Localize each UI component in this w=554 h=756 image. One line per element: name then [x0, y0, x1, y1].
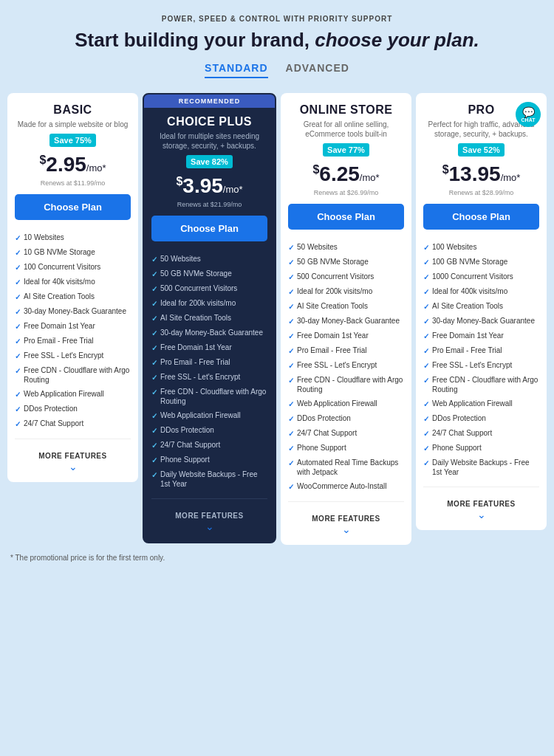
check-icon: ✓ [15, 233, 21, 243]
feature-item: ✓ 24/7 Chat Support [288, 426, 404, 441]
feature-text: Free CDN - Cloudflare with Argo Routing [432, 375, 539, 394]
price-renew-basic: Renews at $11.99/mo [15, 179, 131, 187]
recommended-badge: RECOMMENDED [144, 94, 275, 108]
plan-name-basic: BASIC [15, 103, 131, 117]
feature-text: Free SSL - Let's Encrypt [24, 351, 103, 360]
feature-text: 100 GB NVMe Storage [432, 257, 507, 267]
feature-item: ✓ Free CDN - Cloudflare with Argo Routin… [15, 363, 131, 387]
price-renew-choice-plus: Renews at $21.99/mo [151, 201, 267, 208]
feature-item: ✓ Free CDN - Cloudflare with Argo Routin… [288, 373, 404, 396]
save-badge-pro: Save 52% [458, 143, 505, 157]
chat-badge[interactable]: 💬 CHAT [516, 102, 541, 127]
feature-text: Daily Website Backups - Free 1st Year [160, 470, 267, 489]
feature-item: ✓ AI Site Creation Tools [151, 311, 267, 326]
currency-choice-plus: $ [176, 174, 182, 187]
price-renew-pro: Renews at $28.99/mo [423, 189, 539, 196]
header-title: Start building your brand, choose your p… [7, 29, 547, 52]
feature-item: ✓ 30-day Money-Back Guarantee [423, 314, 539, 329]
more-features-basic[interactable]: MORE FEATURES ⌄ [15, 439, 131, 482]
check-icon: ✓ [423, 361, 429, 371]
feature-text: 24/7 Chat Support [432, 428, 492, 438]
choose-plan-button-pro[interactable]: Choose Plan [423, 204, 539, 230]
feature-item: ✓ 100 Concurrent Visitors [15, 260, 131, 275]
features-list-basic: ✓ 10 Websites ✓ 10 GB NVMe Storage ✓ 100… [15, 230, 131, 431]
feature-item: ✓ Free Domain 1st Year [288, 329, 404, 343]
feature-text: AI Site Creation Tools [432, 301, 503, 311]
feature-text: 24/7 Chat Support [297, 428, 357, 438]
feature-text: Pro Email - Free Trial [24, 336, 93, 346]
feature-text: Free Domain 1st Year [432, 331, 504, 340]
feature-text: Free CDN - Cloudflare with Argo Routing [297, 375, 404, 394]
check-icon: ✓ [151, 314, 157, 323]
choose-plan-button-choice-plus[interactable]: Choose Plan [151, 216, 267, 241]
check-icon: ✓ [288, 376, 294, 385]
feature-text: Ideal for 200k visits/mo [297, 286, 372, 296]
feature-text: 50 GB NVMe Storage [297, 257, 369, 267]
feature-item: ✓ Free Domain 1st Year [151, 340, 267, 355]
price-basic: $2.95/mo* [39, 153, 106, 176]
more-features-choice-plus[interactable]: MORE FEATURES ⌄ [151, 498, 267, 542]
feature-item: ✓ Free SSL - Let's Encrypt [288, 358, 404, 373]
feature-text: 24/7 Chat Support [160, 440, 220, 450]
tabs-container: STANDARD ADVANCED [7, 62, 547, 78]
feature-text: Pro Email - Free Trial [432, 346, 502, 355]
more-features-pro[interactable]: MORE FEATURES ⌄ [423, 487, 539, 530]
price-renew-online-store: Renews at $26.99/mo [288, 189, 404, 196]
feature-text: Daily Website Backups - Free 1st Year [432, 458, 539, 477]
tab-advanced[interactable]: ADVANCED [286, 62, 349, 78]
check-icon: ✓ [15, 248, 21, 258]
feature-item: ✓ Ideal for 40k visits/mo [15, 275, 131, 289]
feature-text: 30-day Money-Back Guarantee [297, 316, 400, 326]
check-icon: ✓ [15, 351, 21, 361]
check-icon: ✓ [423, 272, 429, 282]
choose-plan-button-online-store[interactable]: Choose Plan [288, 204, 404, 230]
plan-desc-basic: Made for a simple website or blog [15, 120, 131, 129]
feature-text: Web Application Firewall [297, 399, 377, 408]
check-icon: ✓ [423, 399, 429, 409]
price-pro: $13.95/mo* [442, 162, 521, 185]
plan-card-pro: 💬 CHAT PROPerfect for high traffic, adva… [416, 93, 547, 530]
feature-item: ✓ Free CDN - Cloudflare with Argo Routin… [151, 385, 267, 408]
feature-text: 24/7 Chat Support [24, 419, 83, 428]
check-icon: ✓ [423, 414, 429, 424]
feature-item: ✓ Pro Email - Free Trial [423, 343, 539, 358]
choose-plan-button-basic[interactable]: Choose Plan [15, 194, 131, 220]
check-icon: ✓ [15, 366, 21, 376]
feature-item: ✓ Ideal for 200k visits/mo [288, 284, 404, 299]
check-icon: ✓ [151, 456, 157, 465]
feature-text: 50 Websites [297, 242, 338, 252]
feature-item: ✓ Free SSL - Let's Encrypt [151, 370, 267, 385]
feature-text: DDos Protection [24, 404, 78, 413]
feature-item: ✓ 100 Websites [423, 240, 539, 255]
check-icon: ✓ [151, 388, 157, 397]
check-icon: ✓ [423, 243, 429, 252]
tab-standard[interactable]: STANDARD [205, 62, 268, 78]
feature-text: 100 Websites [432, 242, 476, 252]
feature-text: Web Application Firewall [432, 399, 513, 408]
feature-item: ✓ Daily Website Backups - Free 1st Year [151, 467, 267, 491]
more-features-arrow-pro: ⌄ [423, 509, 539, 520]
feature-text: Free CDN - Cloudflare with Argo Routing [24, 365, 131, 385]
more-features-online-store[interactable]: MORE FEATURES ⌄ [288, 501, 404, 545]
feature-text: 500 Concurrent Visitors [297, 272, 374, 281]
feature-text: WooCommerce Auto-Install [297, 481, 387, 491]
feature-text: Free Domain 1st Year [297, 331, 369, 340]
more-features-arrow-choice-plus: ⌄ [151, 521, 267, 532]
feature-text: Free Domain 1st Year [160, 343, 232, 352]
feature-item: ✓ Web Application Firewall [288, 396, 404, 411]
check-icon: ✓ [288, 317, 294, 326]
feature-text: 30-day Money-Back Guarantee [24, 306, 126, 316]
feature-item: ✓ Free SSL - Let's Encrypt [15, 348, 131, 363]
check-icon: ✓ [151, 269, 157, 279]
check-icon: ✓ [288, 429, 294, 439]
feature-item: ✓ 100 GB NVMe Storage [423, 255, 539, 269]
feature-item: ✓ 10 Websites [15, 230, 131, 245]
feature-item: ✓ Pro Email - Free Trial [151, 355, 267, 370]
feature-text: 10 Websites [24, 233, 64, 242]
check-icon: ✓ [15, 337, 21, 346]
feature-text: 500 Concurrent Visitors [160, 284, 237, 293]
feature-item: ✓ 1000 Concurrent Visitors [423, 269, 539, 284]
check-icon: ✓ [288, 272, 294, 282]
check-icon: ✓ [288, 482, 294, 492]
check-icon: ✓ [151, 255, 157, 264]
